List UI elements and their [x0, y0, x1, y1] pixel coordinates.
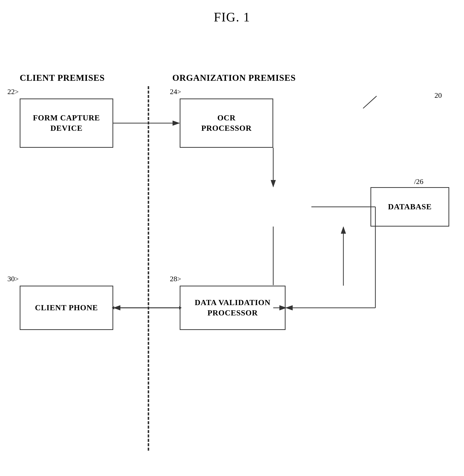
- box-ocr-processor: OCR PROCESSOR: [180, 98, 273, 148]
- box-form-capture-device: FORM CAPTURE DEVICE: [20, 98, 113, 148]
- box-client-phone: CLIENT PHONE: [20, 286, 113, 330]
- ref-24: 24>: [170, 87, 181, 96]
- box-data-validation-processor: DATA VALIDATION PROCESSOR: [180, 286, 286, 330]
- arrows-overlay: [0, 0, 464, 476]
- page: FIG. 1 CLIENT PREMISES ORGANIZATION PREM…: [0, 0, 464, 476]
- figure-title: FIG. 1: [214, 10, 250, 24]
- divider-line: [148, 86, 149, 451]
- ref-26: /26: [414, 177, 423, 186]
- box-database: DATABASE: [370, 187, 449, 227]
- ref-22: 22>: [7, 87, 19, 96]
- ref-30: 30>: [7, 275, 19, 283]
- ref-20: 20: [434, 91, 442, 99]
- svg-line-4: [363, 96, 377, 108]
- label-org-premises: ORGANIZATION PREMISES: [172, 73, 296, 83]
- ref-28: 28>: [170, 275, 181, 283]
- label-client-premises: CLIENT PREMISES: [20, 73, 105, 83]
